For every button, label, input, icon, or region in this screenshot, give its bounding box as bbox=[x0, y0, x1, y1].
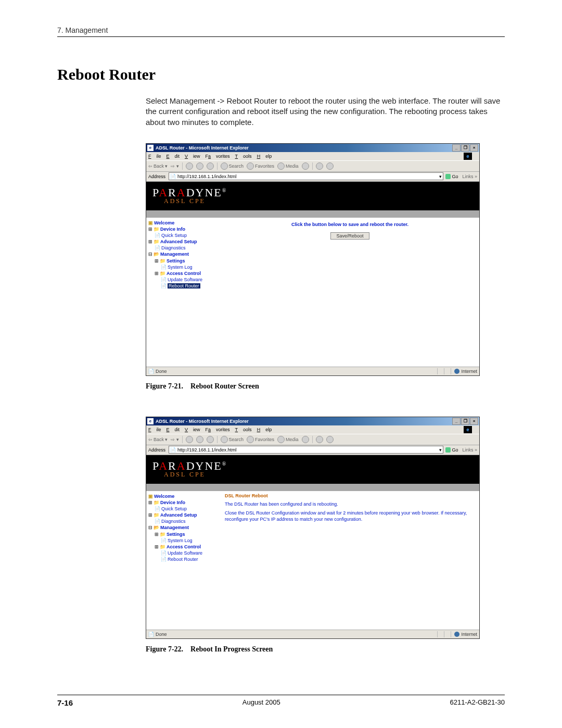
page-number: 7-16 bbox=[57, 698, 73, 707]
brand-banner: PARADYNE® ADSL CPE bbox=[146, 455, 479, 484]
menu-view[interactable]: View bbox=[185, 427, 200, 432]
page-icon: 📄 bbox=[170, 174, 176, 179]
figure-22-caption: Figure 7-22. Reboot In Progress Screen bbox=[146, 645, 505, 654]
figure-21-caption: Figure 7-21. Reboot Router Screen bbox=[146, 382, 505, 391]
history-icon[interactable] bbox=[302, 162, 309, 170]
menu-tools[interactable]: Tools bbox=[235, 154, 252, 159]
menu-favorites[interactable]: Favorites bbox=[206, 427, 230, 432]
home-icon[interactable] bbox=[207, 436, 214, 443]
menu-file[interactable]: File bbox=[148, 154, 161, 159]
figure-21-screenshot: e ADSL Router - Microsoft Internet Explo… bbox=[146, 143, 480, 376]
tree-access-control[interactable]: ⊞📁Access Control bbox=[155, 544, 219, 550]
menu-edit[interactable]: Edit bbox=[167, 427, 180, 432]
go-button[interactable]: Go bbox=[445, 447, 458, 453]
stop-icon[interactable] bbox=[186, 436, 193, 443]
tree-update-software[interactable]: 📄Update Software bbox=[161, 550, 219, 556]
toolbar: ⇦ Back ▾ ⇨ ▾ Search Favorites Media bbox=[146, 160, 479, 172]
header-rule bbox=[57, 36, 505, 37]
ie-window-icon: e bbox=[147, 418, 154, 424]
tree-quick-setup[interactable]: 📄Quick Setup bbox=[155, 506, 219, 512]
tree-advanced-setup[interactable]: ⊞📁Advanced Setup bbox=[148, 512, 219, 518]
reboot-line2: Close the DSL Router Configuration windo… bbox=[225, 510, 475, 522]
links-label[interactable]: Links » bbox=[462, 447, 477, 453]
tree-management[interactable]: ⊟📂Management bbox=[148, 524, 219, 531]
address-bar: Address 📄 http://192.168.1.1/index.html … bbox=[146, 445, 479, 455]
tree-diagnostics[interactable]: 📄Diagnostics bbox=[155, 518, 219, 524]
forward-button[interactable]: ⇨ ▾ bbox=[171, 437, 179, 442]
tree-welcome[interactable]: ▣Welcome bbox=[148, 493, 219, 499]
nav-tree: ▣Welcome ⊞📁Device Info 📄Quick Setup ⊞📁Ad… bbox=[146, 491, 221, 630]
search-button[interactable]: Search bbox=[221, 162, 244, 170]
media-button[interactable]: Media bbox=[277, 436, 299, 443]
page-footer: 7-16 August 2005 6211-A2-GB21-30 bbox=[57, 695, 505, 707]
status-bar: 📄 Done Internet bbox=[146, 367, 479, 375]
tree-quick-setup[interactable]: 📄Quick Setup bbox=[155, 232, 219, 239]
favorites-button[interactable]: Favorites bbox=[247, 436, 274, 443]
status-done: 📄 Done bbox=[148, 369, 167, 374]
tree-system-log[interactable]: 📄System Log bbox=[161, 537, 219, 544]
ie-throbber-icon: e bbox=[464, 153, 472, 160]
refresh-icon[interactable] bbox=[196, 162, 203, 170]
forward-button[interactable]: ⇨ ▾ bbox=[171, 164, 179, 169]
menu-file[interactable]: File bbox=[148, 427, 161, 432]
menu-edit[interactable]: Edit bbox=[167, 154, 180, 159]
history-icon[interactable] bbox=[302, 436, 309, 443]
banner-divider bbox=[146, 484, 479, 491]
menu-favorites[interactable]: Favorites bbox=[206, 154, 230, 159]
favorites-button[interactable]: Favorites bbox=[247, 162, 274, 170]
tree-system-log[interactable]: 📄System Log bbox=[161, 264, 219, 270]
tree-welcome[interactable]: ▣Welcome bbox=[148, 220, 219, 226]
go-button[interactable]: Go bbox=[445, 174, 458, 179]
tree-management[interactable]: ⊟📂Management bbox=[148, 251, 219, 257]
address-label: Address bbox=[148, 174, 165, 179]
paradyne-logo: PARADYNE® bbox=[152, 460, 227, 472]
maximize-button[interactable]: ❐ bbox=[461, 144, 469, 152]
menu-view[interactable]: View bbox=[185, 154, 200, 159]
tree-device-info[interactable]: ⊞📁Device Info bbox=[148, 499, 219, 506]
main-panel: DSL Router Reboot The DSL Router has bee… bbox=[221, 491, 479, 630]
refresh-icon[interactable] bbox=[196, 436, 203, 443]
back-button[interactable]: ⇦ Back ▾ bbox=[148, 437, 168, 442]
tree-reboot-router[interactable]: 📄Reboot Router bbox=[161, 556, 219, 562]
footer-rule bbox=[57, 695, 505, 695]
menu-bar: File Edit View Favorites Tools Help e bbox=[146, 425, 479, 434]
address-input[interactable]: 📄 http://192.168.1.1/index.html ▾ bbox=[169, 446, 443, 454]
tree-access-control[interactable]: ⊞📁Access Control bbox=[155, 270, 219, 277]
chapter-header: 7. Management bbox=[57, 26, 505, 34]
print-icon[interactable] bbox=[326, 162, 334, 170]
close-button[interactable]: × bbox=[470, 418, 478, 425]
print-icon[interactable] bbox=[326, 436, 334, 443]
window-title: ADSL Router - Microsoft Internet Explore… bbox=[156, 145, 452, 150]
tree-device-info[interactable]: ⊞📁Device Info bbox=[148, 226, 219, 232]
status-zone: Internet bbox=[454, 369, 477, 374]
mail-icon[interactable] bbox=[316, 162, 323, 170]
tree-diagnostics[interactable]: 📄Diagnostics bbox=[155, 245, 219, 251]
menu-bar: File Edit View Favorites Tools Help e bbox=[146, 152, 479, 160]
tree-settings[interactable]: ⊞📁Settings bbox=[155, 531, 219, 537]
nav-tree: ▣Welcome ⊞📁Device Info 📄Quick Setup ⊞📁Ad… bbox=[146, 218, 221, 367]
menu-help[interactable]: Help bbox=[257, 154, 272, 159]
mail-icon[interactable] bbox=[316, 436, 323, 443]
close-button[interactable]: × bbox=[470, 144, 478, 152]
brand-banner: PARADYNE® ADSL CPE bbox=[146, 182, 479, 210]
status-bar: 📄 Done Internet bbox=[146, 630, 479, 638]
stop-icon[interactable] bbox=[186, 162, 193, 170]
back-button[interactable]: ⇦ Back ▾ bbox=[148, 164, 168, 169]
minimize-button[interactable]: _ bbox=[452, 144, 461, 152]
tree-settings[interactable]: ⊞📁Settings bbox=[155, 258, 219, 264]
tree-update-software[interactable]: 📄Update Software bbox=[161, 277, 219, 283]
tree-advanced-setup[interactable]: ⊞📁Advanced Setup bbox=[148, 239, 219, 245]
maximize-button[interactable]: ❐ bbox=[461, 418, 469, 425]
minimize-button[interactable]: _ bbox=[452, 418, 461, 425]
address-input[interactable]: 📄 http://192.168.1.1/index.html ▾ bbox=[169, 172, 443, 180]
menu-tools[interactable]: Tools bbox=[235, 427, 252, 432]
window-titlebar: e ADSL Router - Microsoft Internet Explo… bbox=[146, 144, 479, 152]
search-button[interactable]: Search bbox=[221, 436, 244, 443]
links-label[interactable]: Links » bbox=[462, 174, 477, 179]
tree-reboot-router[interactable]: 📄Reboot Router bbox=[161, 283, 219, 289]
menu-help[interactable]: Help bbox=[257, 427, 272, 432]
home-icon[interactable] bbox=[207, 162, 214, 170]
media-button[interactable]: Media bbox=[277, 162, 299, 170]
save-reboot-button[interactable]: Save/Reboot bbox=[330, 232, 369, 240]
reboot-line1: The DSL Router has been configured and i… bbox=[225, 501, 475, 508]
